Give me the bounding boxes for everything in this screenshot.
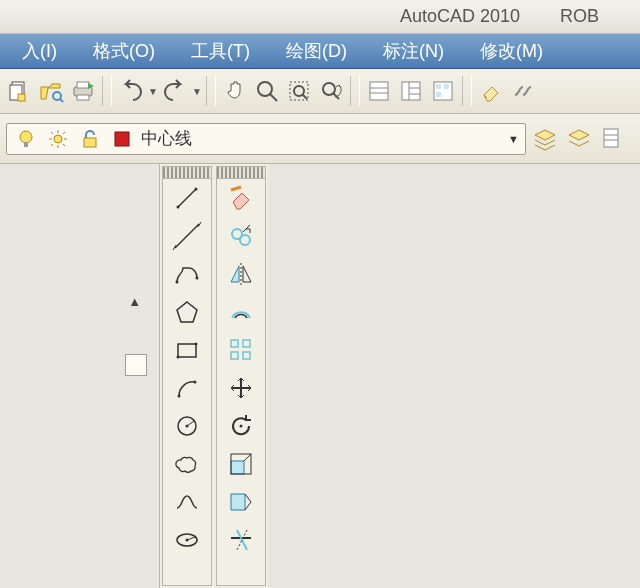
layer-dropdown[interactable]: 中心线 ▼ — [6, 123, 526, 155]
svg-rect-72 — [231, 461, 244, 474]
toolbar-grip[interactable] — [163, 167, 211, 179]
toolbar-grip[interactable] — [217, 167, 265, 179]
move-tool[interactable] — [217, 369, 265, 407]
rotate-tool[interactable] — [217, 407, 265, 445]
menu-modify[interactable]: 修改(M) — [462, 34, 561, 69]
offset-tool[interactable] — [217, 293, 265, 331]
svg-rect-15 — [370, 82, 388, 100]
svg-point-52 — [178, 395, 181, 398]
array-tool[interactable] — [217, 331, 265, 369]
line-tool[interactable] — [163, 179, 211, 217]
svg-line-12 — [302, 94, 307, 99]
menu-draw[interactable]: 绘图(D) — [268, 34, 365, 69]
svg-point-50 — [177, 356, 180, 359]
draw-toolbar — [162, 166, 212, 586]
ellipse-tool[interactable] — [163, 521, 211, 559]
collapse-arrow-icon[interactable]: ▲ — [128, 294, 141, 309]
menu-label: 入(I) — [22, 39, 57, 63]
app-title: AutoCAD 2010 — [400, 6, 520, 27]
erase-icon[interactable] — [476, 76, 506, 106]
sheetset-icon[interactable] — [4, 76, 34, 106]
arc-tool[interactable] — [163, 369, 211, 407]
erase-tool[interactable] — [217, 179, 265, 217]
palette-area — [160, 164, 268, 588]
modify-toolbar — [216, 166, 266, 586]
zoom-previous-icon[interactable] — [316, 76, 346, 106]
menu-insert[interactable]: 入(I) — [4, 34, 75, 69]
toolbar-separator — [206, 76, 216, 106]
svg-line-76 — [237, 530, 247, 550]
stretch-tool[interactable] — [217, 483, 265, 521]
undo-dropdown-arrow[interactable]: ▼ — [148, 86, 158, 97]
svg-line-34 — [63, 144, 65, 146]
properties-icon[interactable] — [364, 76, 394, 106]
properties-panel: ▲ — [0, 164, 160, 588]
zoom-realtime-icon[interactable] — [252, 76, 282, 106]
layer-previous-icon[interactable] — [564, 124, 594, 154]
dropdown-arrow-icon: ▼ — [508, 133, 519, 145]
spline-tool[interactable] — [163, 483, 211, 521]
svg-rect-66 — [243, 340, 250, 347]
layer-manager-icon[interactable] — [598, 124, 628, 154]
open-icon[interactable] — [36, 76, 66, 106]
design-center-icon[interactable] — [396, 76, 426, 106]
layer-states-icon[interactable] — [530, 124, 560, 154]
menu-bar: 入(I) 格式(O) 工具(T) 绘图(D) 标注(N) 修改(M) — [0, 34, 640, 69]
rectangle-tool[interactable] — [163, 331, 211, 369]
svg-line-33 — [51, 132, 53, 134]
svg-rect-6 — [77, 82, 89, 88]
doc-title: ROB — [560, 6, 599, 27]
standard-toolbar: ▼ ▼ — [0, 69, 640, 114]
svg-point-26 — [20, 131, 32, 143]
toolbar-separator — [350, 76, 360, 106]
menu-label: 格式(O) — [93, 39, 155, 63]
svg-line-4 — [60, 99, 63, 102]
svg-point-3 — [53, 92, 61, 100]
copy-icon[interactable] — [508, 76, 538, 106]
circle-tool[interactable] — [163, 407, 211, 445]
svg-line-9 — [270, 94, 277, 101]
undo-icon[interactable] — [116, 76, 146, 106]
svg-point-46 — [176, 281, 179, 284]
mirror-tool[interactable] — [217, 255, 265, 293]
menu-format[interactable]: 格式(O) — [75, 34, 173, 69]
menu-tools[interactable]: 工具(T) — [173, 34, 268, 69]
svg-point-51 — [195, 343, 198, 346]
toolbar-separator — [102, 76, 112, 106]
pan-icon[interactable] — [220, 76, 250, 106]
menu-dimension[interactable]: 标注(N) — [365, 34, 462, 69]
svg-rect-37 — [84, 138, 96, 147]
svg-point-43 — [177, 206, 180, 209]
layer-name-label: 中心线 — [141, 127, 192, 150]
svg-rect-18 — [402, 82, 420, 100]
svg-point-62 — [240, 235, 250, 245]
redo-icon[interactable] — [160, 76, 190, 106]
svg-line-45 — [175, 224, 199, 248]
color-swatch[interactable] — [125, 354, 147, 376]
polygon-tool[interactable] — [163, 293, 211, 331]
svg-rect-7 — [77, 95, 89, 100]
svg-rect-27 — [24, 142, 28, 147]
title-bar: AutoCAD 2010 ROB — [0, 0, 640, 34]
tool-palettes-icon[interactable] — [428, 76, 458, 106]
polyline-tool[interactable] — [163, 255, 211, 293]
trim-tool[interactable] — [217, 521, 265, 559]
construction-line-tool[interactable] — [163, 217, 211, 255]
layer-color-swatch — [109, 126, 135, 152]
svg-rect-39 — [604, 129, 618, 147]
svg-rect-25 — [436, 92, 441, 97]
zoom-window-icon[interactable] — [284, 76, 314, 106]
copy-tool[interactable] — [217, 217, 265, 255]
workspace: ▲ — [0, 164, 640, 588]
scale-tool[interactable] — [217, 445, 265, 483]
sun-icon — [45, 126, 71, 152]
toolbar-separator — [462, 76, 472, 106]
revcloud-tool[interactable] — [163, 445, 211, 483]
menu-label: 工具(T) — [191, 39, 250, 63]
menu-label: 修改(M) — [480, 39, 543, 63]
svg-line-35 — [63, 132, 65, 134]
redo-dropdown-arrow[interactable]: ▼ — [192, 86, 202, 97]
svg-rect-2 — [18, 94, 25, 101]
svg-line-74 — [244, 454, 251, 461]
plot-icon[interactable] — [68, 76, 98, 106]
